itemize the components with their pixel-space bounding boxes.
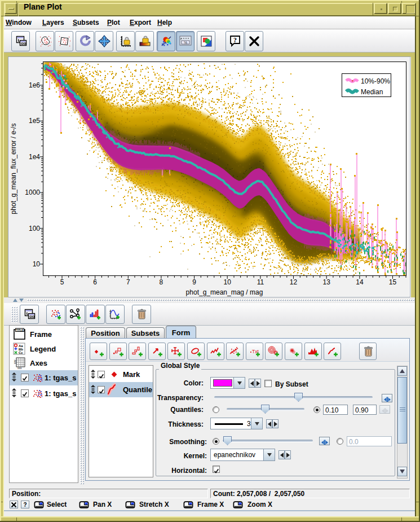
svg-text:xxx: xxx xyxy=(17,366,22,370)
svg-text:13: 13 xyxy=(323,278,331,286)
svg-text:1000: 1000 xyxy=(25,188,40,196)
svg-text:6: 6 xyxy=(93,278,97,286)
svg-text:100: 100 xyxy=(29,225,40,233)
svg-text:10: 10 xyxy=(224,278,232,286)
svg-text:phot_g_mean_flux_error / e-/s: phot_g_mean_flux_error / e-/s xyxy=(10,124,17,214)
svg-text:%: % xyxy=(183,41,187,45)
svg-text:9: 9 xyxy=(192,278,196,286)
svg-text:1e5: 1e5 xyxy=(29,117,40,125)
svg-text:7: 7 xyxy=(126,278,130,286)
svg-text:Median: Median xyxy=(361,88,383,96)
svg-text:1e4: 1e4 xyxy=(29,153,40,161)
svg-text:8: 8 xyxy=(160,278,163,286)
svg-text:10: 10 xyxy=(33,260,41,268)
svg-text:5: 5 xyxy=(60,278,64,286)
svg-text:12: 12 xyxy=(290,278,298,286)
svg-text:1e6: 1e6 xyxy=(29,81,40,89)
svg-text:10%-90%: 10%-90% xyxy=(361,77,390,85)
svg-text:14: 14 xyxy=(356,278,364,286)
svg-text:TITLE: TITLE xyxy=(16,329,24,332)
svg-text:Cc: Cc xyxy=(19,351,23,354)
svg-text:15: 15 xyxy=(389,278,397,286)
svg-text:11: 11 xyxy=(257,278,264,286)
svg-text:?: ? xyxy=(233,36,237,44)
svg-text:phot_g_mean_mag / mag: phot_g_mean_mag / mag xyxy=(186,288,263,296)
svg-text:yyy: yyy xyxy=(13,359,16,364)
